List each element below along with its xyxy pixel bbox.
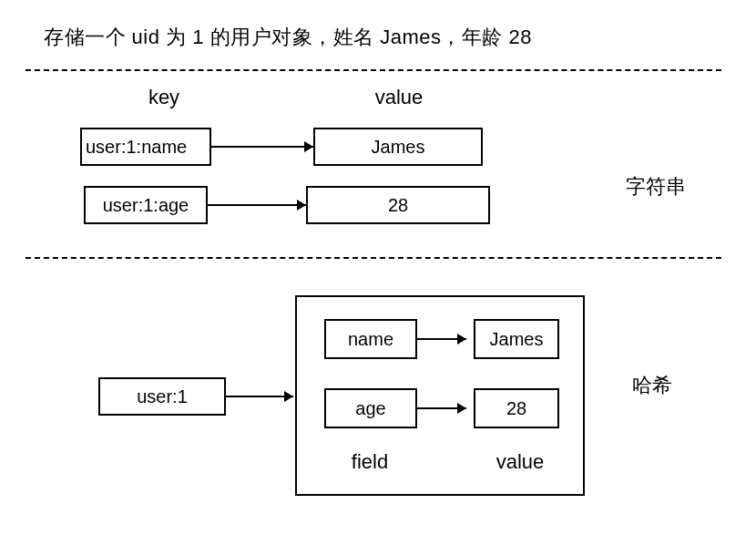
header-value: value <box>363 86 435 109</box>
section-label-string: 字符串 <box>619 173 692 201</box>
hash-value-1: James <box>474 319 559 359</box>
arrow-hash-2 <box>417 388 474 428</box>
hash-field-1: name <box>324 319 417 359</box>
svg-marker-5 <box>284 391 293 402</box>
arrow-string-2 <box>208 186 317 224</box>
string-value-1: James <box>313 128 483 166</box>
header-key: key <box>128 86 200 109</box>
diagram-title: 存储一个 uid 为 1 的用户对象，姓名 James，年龄 28 <box>44 24 532 51</box>
string-value-2: 28 <box>306 186 490 224</box>
arrow-hash-1 <box>417 319 474 359</box>
header-field: field <box>342 450 397 474</box>
hash-field-2: age <box>324 388 417 428</box>
svg-marker-1 <box>304 141 313 152</box>
hash-key: user:1 <box>98 377 226 416</box>
string-key-2: user:1:age <box>84 186 208 224</box>
string-key-1: user:1:name <box>80 128 211 166</box>
svg-marker-9 <box>457 403 466 414</box>
arrow-hash-key <box>226 377 301 416</box>
divider-top <box>26 69 721 71</box>
header-value2: value <box>488 450 552 474</box>
section-label-hash: 哈希 <box>625 372 679 399</box>
hash-value-2: 28 <box>474 388 559 428</box>
arrow-string-1 <box>211 128 321 166</box>
svg-marker-3 <box>297 200 306 211</box>
divider-mid <box>26 257 721 259</box>
svg-marker-7 <box>457 334 466 345</box>
